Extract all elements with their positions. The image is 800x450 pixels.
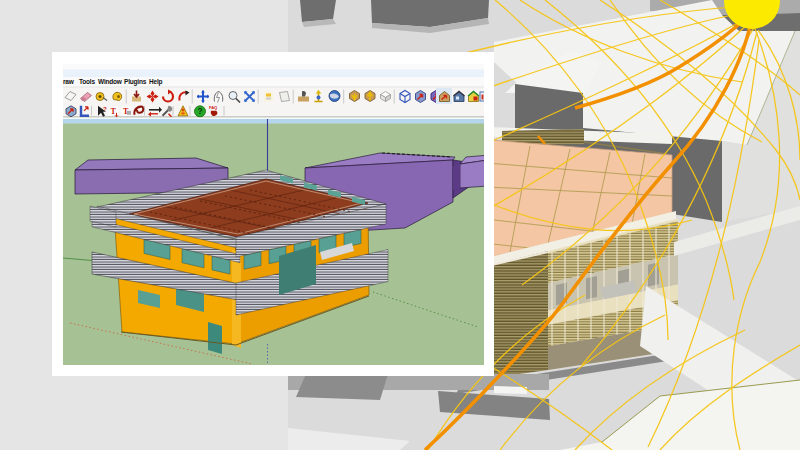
svg-text:Help: Help	[149, 78, 163, 86]
svg-text:raw: raw	[63, 78, 75, 85]
svg-text:T: T	[111, 107, 117, 116]
svg-text:Window: Window	[98, 78, 123, 85]
svg-text:FAQ: FAQ	[209, 105, 217, 110]
svg-text:Tools: Tools	[79, 78, 95, 85]
svg-text:Plugins: Plugins	[124, 78, 147, 86]
svg-text:?: ?	[198, 106, 203, 116]
svg-text:?: ?	[103, 106, 107, 112]
